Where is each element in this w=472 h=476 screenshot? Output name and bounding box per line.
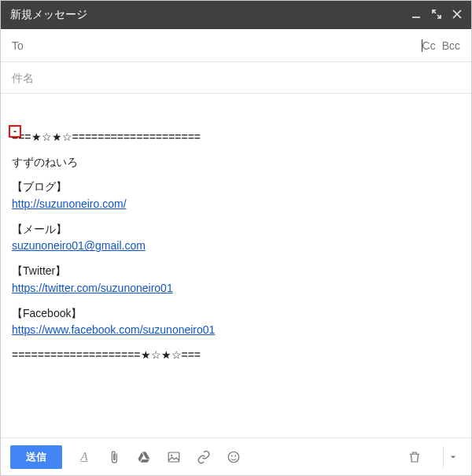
- cc-toggle[interactable]: Cc: [422, 39, 436, 52]
- message-body[interactable]: - ===★☆★☆==================== すずのねいろ 【ブロ…: [1, 94, 471, 437]
- subject-row[interactable]: [1, 62, 471, 94]
- compose-toolbar: 送信 A: [1, 437, 471, 475]
- twitter-heading: 【Twitter】: [12, 263, 460, 280]
- blog-link[interactable]: http://suzunoneiro.com/: [12, 197, 127, 210]
- svg-point-9: [234, 455, 236, 456]
- compose-window: 新規メッセージ To Cc Bcc - ===★☆★☆=============…: [0, 0, 472, 476]
- window-controls: [411, 9, 462, 21]
- signature-name: すずのねいろ: [12, 154, 460, 172]
- recipients-row[interactable]: To Cc Bcc: [1, 29, 471, 62]
- titlebar: 新規メッセージ: [1, 1, 471, 29]
- photo-icon[interactable]: [166, 449, 182, 465]
- facebook-link[interactable]: https://www.facebook.com/suzunoneiro01: [12, 323, 215, 336]
- send-button[interactable]: 送信: [10, 445, 62, 469]
- minimize-button[interactable]: [411, 9, 421, 21]
- fullscreen-button[interactable]: [432, 9, 441, 21]
- window-title: 新規メッセージ: [10, 8, 411, 22]
- to-input[interactable]: [30, 36, 420, 55]
- mail-heading: 【メール】: [12, 221, 460, 238]
- collapse-marker[interactable]: -: [9, 125, 21, 138]
- emoji-icon[interactable]: [226, 449, 242, 465]
- svg-point-8: [231, 455, 233, 456]
- formatting-icon[interactable]: A: [76, 449, 92, 465]
- bcc-toggle[interactable]: Bcc: [442, 39, 460, 52]
- signature-separator-bottom: ====================★☆★☆===: [12, 347, 460, 364]
- svg-rect-5: [168, 452, 179, 462]
- subject-input[interactable]: [12, 72, 460, 84]
- drive-icon[interactable]: [136, 449, 152, 465]
- svg-point-6: [171, 454, 172, 456]
- svg-point-7: [228, 452, 239, 463]
- signature-separator-top: ===★☆★☆====================: [12, 129, 460, 146]
- close-button[interactable]: [452, 9, 462, 21]
- attach-icon[interactable]: [106, 449, 122, 465]
- trash-icon[interactable]: [407, 449, 422, 465]
- facebook-heading: 【Facebook】: [12, 305, 460, 323]
- mail-link[interactable]: suzunoneiro01@gmail.com: [12, 239, 146, 252]
- to-label: To: [12, 39, 24, 52]
- link-icon[interactable]: [196, 449, 212, 465]
- more-options-button[interactable]: [443, 446, 462, 468]
- twitter-link[interactable]: https://twitter.com/suzunoneiro01: [12, 282, 173, 294]
- blog-heading: 【ブログ】: [12, 179, 460, 196]
